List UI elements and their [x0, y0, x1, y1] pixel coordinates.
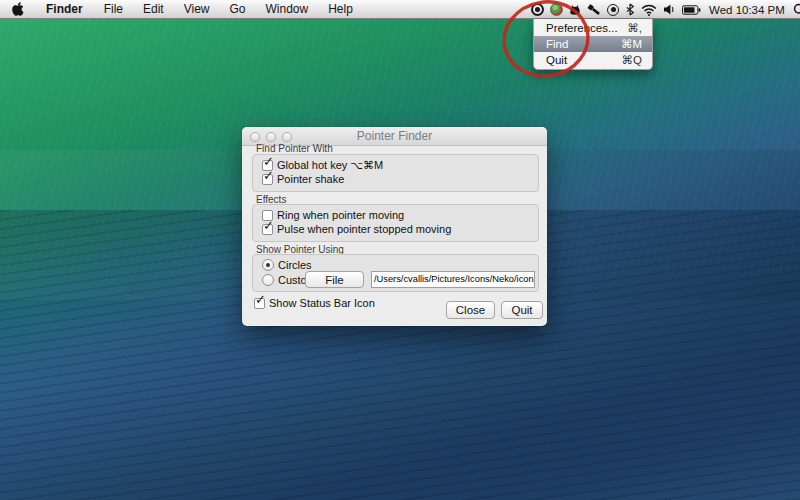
- menu-item-quit-shortcut: ⌘Q: [622, 53, 642, 67]
- group-label-find-pointer-with: Find Pointer With: [256, 143, 333, 154]
- wifi-icon[interactable]: [641, 0, 657, 19]
- menu-item-preferences-shortcut: ⌘,: [627, 21, 642, 35]
- file-button[interactable]: File: [305, 271, 364, 288]
- apple-menu[interactable]: [0, 0, 35, 18]
- close-button[interactable]: Close: [446, 301, 495, 319]
- circles-label: Circles: [278, 259, 312, 271]
- menu-item-quit[interactable]: Quit ⌘Q: [534, 52, 652, 68]
- quit-button[interactable]: Quit: [501, 301, 543, 319]
- checkbox-row-global-hot-key: Global hot key ⌥⌘M: [262, 158, 383, 172]
- pulse-when-stopped-checkbox[interactable]: [262, 224, 273, 235]
- checkbox-row-pulse-when-stopped: Pulse when pointer stopped moving: [262, 222, 451, 236]
- apple-icon: [12, 2, 24, 16]
- checkbox-row-show-status-bar-icon: Show Status Bar Icon: [254, 296, 375, 310]
- global-hot-key-label: Global hot key ⌥⌘M: [277, 159, 383, 172]
- checkbox-row-ring-when-moving: Ring when pointer moving: [262, 208, 404, 222]
- menu-item-find-shortcut: ⌘M: [621, 37, 642, 51]
- circles-radio[interactable]: [262, 259, 274, 271]
- show-status-bar-icon-checkbox[interactable]: [254, 298, 265, 309]
- checkbox-row-pointer-shake: Pointer shake: [262, 172, 344, 186]
- menu-bar-left: Finder File Edit View Go Window Help: [0, 0, 363, 18]
- radio-row-circles: Circles: [262, 258, 312, 272]
- pointer-shake-label: Pointer shake: [277, 173, 344, 185]
- custom-radio[interactable]: [262, 274, 274, 286]
- menu-item-view[interactable]: View: [174, 0, 220, 19]
- menu-bar-clock[interactable]: Wed 10:34 PM: [707, 4, 787, 16]
- pointer-finder-window: Pointer Finder Find Pointer With Global …: [242, 127, 547, 326]
- menu-item-preferences[interactable]: Preferences... ⌘,: [534, 20, 652, 36]
- ring-when-moving-label: Ring when pointer moving: [277, 209, 404, 221]
- spotlight-icon[interactable]: [793, 0, 800, 19]
- pointer-shake-checkbox[interactable]: [262, 174, 273, 185]
- menu-item-go[interactable]: Go: [220, 0, 256, 19]
- menu-item-window[interactable]: Window: [256, 0, 319, 19]
- custom-icon-path-field[interactable]: /Users/cvallis/Pictures/Icons/Neko/icon2: [371, 271, 535, 288]
- menu-item-quit-label: Quit: [546, 54, 567, 66]
- cat-status-icon[interactable]: [569, 0, 581, 19]
- flashlight-status-icon[interactable]: [587, 0, 601, 19]
- menu-item-preferences-label: Preferences...: [546, 22, 618, 34]
- menu-item-find[interactable]: Find ⌘M: [534, 36, 652, 52]
- menu-item-help[interactable]: Help: [318, 0, 363, 19]
- globe-status-icon[interactable]: [550, 0, 563, 19]
- menu-item-edit[interactable]: Edit: [133, 0, 174, 19]
- menu-bar-status-area: Wed 10:34 PM: [531, 0, 800, 19]
- menu-item-file[interactable]: File: [94, 0, 133, 19]
- menu-item-finder[interactable]: Finder: [35, 0, 94, 19]
- bluetooth-icon[interactable]: [625, 0, 635, 19]
- show-status-bar-icon-label: Show Status Bar Icon: [269, 297, 375, 309]
- status-dropdown-menu: Preferences... ⌘, Find ⌘M Quit ⌘Q: [533, 19, 653, 70]
- menu-bar: Finder File Edit View Go Window Help: [0, 0, 800, 19]
- pointer-finder-status-icon[interactable]: [531, 0, 544, 19]
- pulse-when-stopped-label: Pulse when pointer stopped moving: [277, 223, 451, 235]
- menu-item-find-label: Find: [546, 38, 568, 50]
- battery-icon[interactable]: [682, 0, 701, 19]
- target-status-icon[interactable]: [607, 0, 619, 19]
- volume-icon[interactable]: [663, 0, 676, 19]
